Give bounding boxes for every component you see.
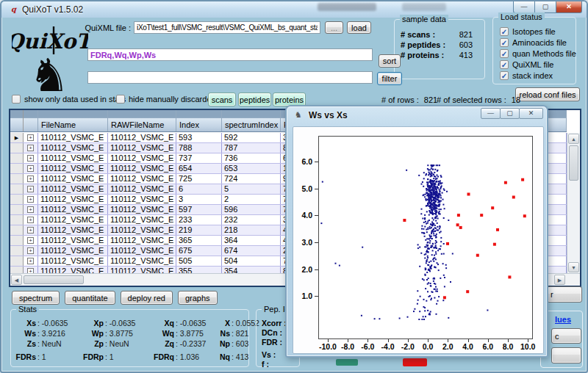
edge-link-fragment[interactable]: lues [555, 315, 571, 324]
data-point [422, 278, 423, 280]
row-header[interactable] [10, 246, 24, 256]
expand-icon[interactable]: + [27, 268, 34, 273]
expand-icon[interactable]: + [27, 155, 34, 162]
y-tick-label: 4.0 [293, 211, 312, 220]
edge-button2-fragment[interactable]: c [551, 328, 581, 344]
scroll-left-icon[interactable]: ◀ [11, 275, 22, 285]
row-expander[interactable]: + [24, 133, 38, 142]
action-button-deploy-red[interactable]: deploy red [121, 291, 173, 305]
column-header[interactable]: RAWFileName [108, 110, 176, 131]
graph-minimize-button[interactable]: — [481, 108, 501, 119]
row-expander[interactable]: + [24, 225, 38, 235]
hide-discarded-checkbox[interactable] [116, 95, 125, 104]
row-header[interactable] [10, 184, 24, 194]
row-expander[interactable]: + [24, 153, 38, 163]
expand-icon[interactable]: + [27, 217, 34, 223]
expand-icon[interactable]: + [27, 206, 34, 213]
x-tick-mark [488, 339, 489, 342]
scroll-down-icon[interactable]: ▼ [568, 262, 579, 272]
reload-conf-files-button[interactable]: reload conf files [515, 87, 580, 101]
data-point [438, 206, 440, 207]
load-button[interactable]: load [347, 21, 371, 34]
row-header[interactable] [10, 236, 24, 245]
row-expander[interactable]: + [24, 195, 38, 204]
row-header[interactable] [10, 267, 24, 273]
close-button[interactable]: ✕ [556, 1, 582, 13]
horizontal-scroll-thumb[interactable] [24, 275, 84, 284]
sort-order-input[interactable] [87, 48, 373, 61]
row-expander[interactable]: + [24, 164, 38, 173]
checkbox-icon[interactable]: ✓ [500, 71, 509, 80]
row-header[interactable] [10, 215, 24, 225]
show-only-checkbox[interactable] [12, 95, 21, 104]
edge-button-fragment[interactable]: r [547, 286, 582, 303]
filter-input[interactable] [87, 71, 373, 84]
row-header[interactable] [10, 195, 24, 204]
scans-button[interactable]: scans [208, 93, 236, 106]
vertical-scrollbar[interactable]: ▲ ▼ [567, 133, 580, 273]
expand-icon[interactable]: + [27, 175, 34, 182]
scroll-up-icon[interactable]: ▲ [568, 134, 579, 144]
expand-icon[interactable]: + [27, 227, 34, 233]
data-point [435, 195, 437, 197]
checkbox-icon[interactable]: ✓ [500, 27, 509, 36]
row-header[interactable] [10, 174, 24, 184]
row-expander[interactable]: + [24, 267, 38, 273]
row-expander[interactable]: + [24, 246, 38, 256]
action-button-quantitate[interactable]: quantitate [65, 291, 115, 305]
expand-icon[interactable]: + [27, 165, 34, 172]
data-point [440, 197, 442, 198]
row-expander[interactable]: + [24, 205, 38, 214]
row-expander[interactable]: + [24, 143, 38, 153]
stat-label: Wq [145, 329, 176, 339]
maximize-button[interactable]: ▢ [534, 1, 556, 13]
hide-discarded-checkbox-row[interactable]: hide manually discarded [116, 95, 216, 104]
show-only-checkbox-row[interactable]: show only data used in stats [12, 95, 126, 104]
expand-icon[interactable]: + [27, 258, 34, 264]
row-header[interactable] [10, 153, 24, 163]
scatter-plot[interactable] [319, 137, 532, 338]
row-header[interactable] [10, 225, 24, 235]
x-tick-mark [508, 339, 509, 342]
expand-icon[interactable]: + [27, 247, 34, 254]
browse-button[interactable]: ... [325, 21, 343, 34]
column-header[interactable]: spectrumIndex [222, 110, 281, 131]
column-header[interactable]: FileName [38, 110, 108, 131]
row-header[interactable]: ▶ [10, 133, 24, 142]
row-header[interactable] [10, 205, 24, 214]
data-point [439, 204, 440, 206]
row-expander[interactable]: + [24, 215, 38, 225]
action-button-graphs[interactable]: graphs [178, 291, 218, 305]
row-header[interactable] [10, 164, 24, 173]
row-expander[interactable]: + [24, 174, 38, 184]
checkbox-icon[interactable]: ✓ [500, 38, 509, 47]
row-expander[interactable]: + [24, 184, 38, 194]
column-header[interactable]: Index [176, 110, 222, 131]
expand-icon[interactable]: + [27, 186, 34, 192]
expand-icon[interactable]: + [27, 145, 34, 151]
row-expander[interactable]: + [24, 236, 38, 245]
row-header[interactable] [10, 143, 24, 153]
action-button-spectrum[interactable]: spectrum [12, 291, 60, 305]
sort-button[interactable]: sort [379, 54, 401, 68]
graph-maximize-button[interactable]: ▢ [500, 108, 520, 119]
expand-icon[interactable]: + [27, 196, 34, 203]
vertical-scroll-thumb[interactable] [569, 145, 578, 181]
filter-button[interactable]: filter [377, 72, 402, 85]
data-point [433, 182, 434, 184]
scroll-right-icon[interactable]: ▶ [554, 275, 565, 285]
expand-icon[interactable]: + [27, 134, 34, 141]
minimize-button[interactable]: — [513, 1, 535, 13]
data-point [435, 253, 437, 255]
edge-button3-fragment[interactable] [551, 347, 581, 363]
peptides-button[interactable]: peptides [238, 93, 271, 106]
quixml-file-input[interactable] [134, 21, 320, 34]
checkbox-icon[interactable]: ✓ [500, 60, 509, 69]
row-expander[interactable]: + [24, 256, 38, 266]
graph-titlebar[interactable]: ♞ Ws vs Xs — ▢ ✕ [287, 106, 547, 124]
expand-icon[interactable]: + [27, 237, 34, 244]
row-header[interactable] [10, 256, 24, 266]
graph-close-button[interactable]: ✕ [519, 108, 543, 119]
data-point [431, 238, 433, 239]
checkbox-icon[interactable]: ✓ [500, 49, 509, 58]
